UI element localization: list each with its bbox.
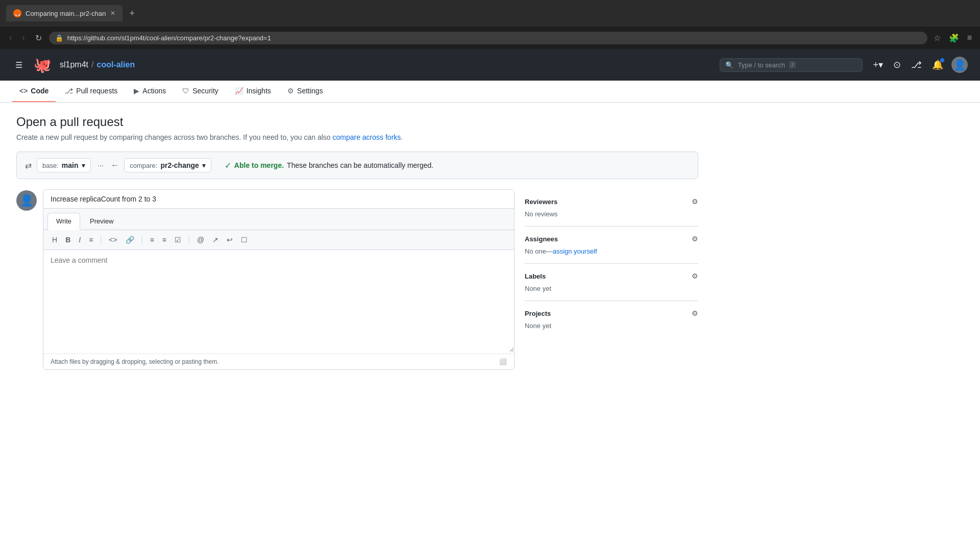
tab-close-button[interactable]: ✕ bbox=[110, 10, 115, 17]
issues-button[interactable]: ⊙ bbox=[891, 57, 903, 72]
attach-text: Attach files by dragging & dropping, sel… bbox=[51, 358, 219, 365]
toolbar-bold[interactable]: B bbox=[63, 234, 73, 245]
nav-item-pull-requests[interactable]: ⎇ Pull requests bbox=[58, 81, 125, 102]
sidebar-projects-header: Projects ⚙ bbox=[525, 309, 698, 317]
toolbar-ref[interactable]: ↗ bbox=[210, 234, 221, 245]
sidebar-reviewers-title: Reviewers bbox=[525, 198, 557, 206]
compare-label: compare: bbox=[130, 162, 157, 169]
toolbar-ordered-list[interactable]: ≡ bbox=[160, 234, 169, 245]
toolbar-italic[interactable]: I bbox=[76, 234, 83, 245]
actions-icon: ▶ bbox=[134, 87, 139, 95]
sidebar-labels-header: Labels ⚙ bbox=[525, 272, 698, 280]
assignees-value: No one—assign yourself bbox=[525, 247, 597, 255]
nav-label-security: Security bbox=[192, 87, 218, 95]
projects-value: None yet bbox=[525, 322, 551, 330]
nav-label-code: Code bbox=[31, 87, 48, 95]
nav-label-settings: Settings bbox=[297, 87, 323, 95]
breadcrumb-separator: / bbox=[91, 60, 93, 69]
compare-branch-select[interactable]: compare: pr2-change ▾ bbox=[124, 158, 211, 172]
sidebar-reviewers-header: Reviewers ⚙ bbox=[525, 197, 698, 206]
nav-item-insights[interactable]: 📈 Insights bbox=[228, 81, 278, 102]
create-new-button[interactable]: +▾ bbox=[871, 57, 885, 72]
tab-preview[interactable]: Preview bbox=[81, 213, 122, 230]
toolbar-heading[interactable]: H bbox=[50, 234, 60, 245]
header-actions: +▾ ⊙ ⎇ 🔔 👤 bbox=[871, 57, 968, 73]
url-input[interactable] bbox=[67, 34, 921, 42]
sidebar-assignees-section: Assignees ⚙ No one—assign yourself bbox=[525, 227, 698, 264]
nav-label-insights: Insights bbox=[247, 87, 271, 95]
ellipsis-separator: ··· bbox=[96, 161, 106, 169]
toolbar-quote[interactable]: ≡ bbox=[86, 234, 95, 245]
base-branch-name: main bbox=[62, 161, 79, 169]
forward-button[interactable]: › bbox=[19, 31, 28, 44]
toolbar-separator-1 bbox=[101, 236, 101, 244]
address-bar[interactable]: 🔒 bbox=[49, 32, 927, 44]
attach-bar: Attach files by dragging & dropping, sel… bbox=[43, 354, 514, 369]
main-content: Open a pull request Create a new pull re… bbox=[0, 103, 715, 382]
bookmark-icon[interactable]: ☆ bbox=[932, 31, 943, 45]
toolbar-code[interactable]: <> bbox=[106, 234, 119, 245]
lock-icon: 🔒 bbox=[55, 34, 63, 42]
pr-avatar: 👤 bbox=[16, 190, 37, 211]
nav-label-pull-requests: Pull requests bbox=[76, 87, 117, 95]
nav-item-code[interactable]: <> Code bbox=[12, 81, 56, 102]
compare-branch-name: pr2-change bbox=[160, 161, 199, 169]
extensions-icon[interactable]: 🧩 bbox=[947, 31, 961, 45]
pull-requests-header-button[interactable]: ⎇ bbox=[909, 57, 924, 72]
back-button[interactable]: ‹ bbox=[6, 31, 15, 44]
github-logo[interactable]: 🐙 bbox=[34, 57, 52, 73]
nav-item-settings[interactable]: ⚙ Settings bbox=[280, 81, 330, 102]
menu-icon[interactable]: ≡ bbox=[965, 31, 974, 44]
page-title: Open a pull request bbox=[16, 115, 698, 129]
projects-gear-button[interactable]: ⚙ bbox=[692, 309, 698, 317]
toolbar-todo[interactable]: ☐ bbox=[238, 234, 250, 245]
breadcrumb-repo[interactable]: cool-alien bbox=[96, 60, 135, 69]
breadcrumb: sl1pm4t / cool-alien bbox=[60, 60, 135, 69]
toolbar-bullet-list[interactable]: ≡ bbox=[148, 234, 157, 245]
markdown-icon: ⬜ bbox=[499, 358, 507, 365]
toolbar-mention[interactable]: @ bbox=[194, 234, 207, 245]
nav-item-actions[interactable]: ▶ Actions bbox=[127, 81, 173, 102]
nav-item-security[interactable]: 🛡 Security bbox=[175, 81, 226, 102]
toolbar-separator-2 bbox=[142, 236, 142, 244]
reviewers-value: No reviews bbox=[525, 210, 557, 218]
hamburger-menu-button[interactable]: ☰ bbox=[12, 58, 26, 72]
assign-yourself-link[interactable]: assign yourself bbox=[553, 247, 597, 255]
github-header: ☰ 🐙 sl1pm4t / cool-alien 🔍 Type / to sea… bbox=[0, 49, 980, 81]
sidebar-labels-title: Labels bbox=[525, 272, 546, 280]
new-tab-button[interactable]: + bbox=[127, 8, 138, 19]
pr-toolbar: H B I ≡ <> 🔗 ≡ ≡ ☑ @ ↗ ↩ ☐ bbox=[43, 230, 514, 250]
swap-arrow[interactable]: ← bbox=[111, 161, 119, 170]
sidebar-projects-section: Projects ⚙ None yet bbox=[525, 301, 698, 338]
pr-sidebar: Reviewers ⚙ No reviews Assignees ⚙ No on… bbox=[525, 189, 698, 370]
reviewers-gear-button[interactable]: ⚙ bbox=[692, 197, 698, 206]
labels-value: None yet bbox=[525, 285, 551, 292]
global-search[interactable]: 🔍 Type / to search / bbox=[720, 58, 863, 72]
labels-gear-button[interactable]: ⚙ bbox=[692, 272, 698, 280]
pull-request-icon: ⎇ bbox=[65, 87, 73, 95]
toolbar-link[interactable]: 🔗 bbox=[123, 234, 137, 245]
merge-status: ✓ Able to merge. These branches can be a… bbox=[225, 161, 433, 170]
toolbar-task-list[interactable]: ☑ bbox=[172, 234, 184, 245]
sidebar-assignees-header: Assignees ⚙ bbox=[525, 235, 698, 243]
reload-button[interactable]: ↻ bbox=[32, 31, 45, 45]
notifications-button[interactable]: 🔔 bbox=[930, 57, 945, 72]
avatar[interactable]: 👤 bbox=[951, 57, 968, 73]
comment-textarea[interactable] bbox=[43, 250, 514, 352]
tab-title: Comparing main...pr2-chan bbox=[26, 10, 106, 17]
compare-bar: ⇄ base: main ▾ ··· ← compare: pr2-change… bbox=[16, 152, 698, 179]
assignees-gear-button[interactable]: ⚙ bbox=[692, 235, 698, 243]
base-branch-select[interactable]: base: main ▾ bbox=[37, 158, 91, 172]
security-icon: 🛡 bbox=[182, 87, 189, 95]
compare-forks-link[interactable]: compare across forks bbox=[332, 133, 401, 141]
browser-tab[interactable]: 🦊 Comparing main...pr2-chan ✕ bbox=[6, 5, 122, 21]
tab-write[interactable]: Write bbox=[47, 213, 80, 230]
repo-nav: <> Code ⎇ Pull requests ▶ Actions 🛡 Secu… bbox=[0, 81, 980, 103]
chevron-down-icon-2: ▾ bbox=[202, 161, 206, 169]
pr-form: Increase replicaCount from 2 to 3 Write … bbox=[43, 189, 514, 370]
toolbar-undo[interactable]: ↩ bbox=[224, 234, 235, 245]
breadcrumb-user[interactable]: sl1pm4t bbox=[60, 60, 88, 69]
pr-title-input[interactable]: Increase replicaCount from 2 to 3 bbox=[43, 190, 514, 209]
code-icon: <> bbox=[19, 87, 28, 95]
browser-chrome: 🦊 Comparing main...pr2-chan ✕ + bbox=[0, 0, 980, 27]
